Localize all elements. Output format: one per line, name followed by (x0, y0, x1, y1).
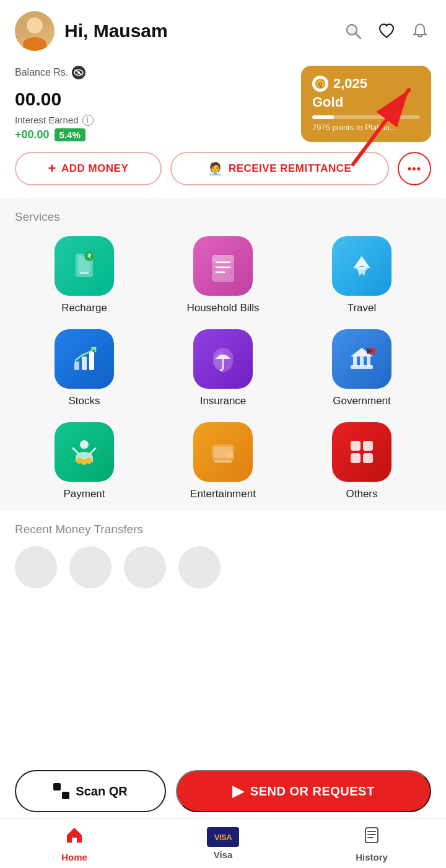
send-arrow-icon: ▶ (232, 782, 244, 800)
search-icon[interactable] (342, 20, 364, 42)
greeting-text: Hi, Mausam (64, 20, 342, 42)
recent-transfers-section: Recent Money Transfers (0, 510, 446, 598)
balance-label: Balance Rs. (15, 66, 94, 79)
others-icon (332, 422, 391, 482)
balance-eye-icon[interactable] (72, 66, 85, 79)
bottom-nav: Home VISA Visa History (0, 818, 446, 868)
avatar[interactable] (15, 11, 55, 51)
svg-rect-20 (356, 267, 368, 270)
interest-row: Interest Earned i (15, 115, 94, 126)
bottom-action-bar: Scan QR ▶ SEND OR REQUEST (0, 764, 446, 818)
info-icon[interactable]: i (82, 115, 94, 126)
send-request-label: SEND OR REQUEST (250, 784, 375, 799)
action-buttons-container: + ADD MONEY 🧑‍💼 RECEIVE REMITTANCE ••• (0, 152, 446, 198)
gold-card-tier: Gold (312, 94, 420, 110)
header-icons (342, 20, 431, 42)
svg-line-1 (356, 33, 361, 38)
service-item-government[interactable]: Government (292, 329, 431, 407)
services-title: Services (15, 210, 431, 224)
balance-section: Balance Rs. 00.00 Interest Earned i +00.… (0, 60, 446, 152)
visa-icon: VISA (207, 827, 239, 847)
svg-rect-28 (367, 356, 370, 366)
svg-line-37 (90, 448, 95, 453)
history-nav-label: History (356, 852, 388, 862)
gold-card-points: Q 2,025 (312, 76, 420, 92)
bell-icon[interactable] (409, 20, 431, 42)
recent-avatars-row (15, 546, 431, 588)
header: Hi, Mausam (0, 0, 446, 60)
government-icon (332, 329, 391, 389)
service-item-payment[interactable]: Payment (15, 422, 154, 500)
svg-rect-21 (74, 361, 79, 370)
others-label: Others (346, 488, 377, 500)
gold-progress-bar (312, 115, 420, 119)
stocks-icon (55, 329, 114, 389)
interest-value: +00.00 (15, 128, 50, 141)
interest-label: Interest Earned i (15, 115, 94, 126)
payment-label: Payment (63, 488, 105, 500)
svg-rect-41 (214, 461, 232, 463)
svg-rect-27 (360, 356, 364, 366)
svg-point-32 (80, 440, 89, 449)
more-options-button[interactable]: ••• (398, 152, 431, 185)
government-label: Government (333, 395, 391, 407)
visa-nav-label: Visa (214, 849, 233, 860)
services-grid: ₹ Recharge Household Bills (15, 236, 431, 500)
svg-rect-22 (82, 356, 87, 370)
recent-avatar-4[interactable] (178, 546, 221, 588)
action-buttons: + ADD MONEY 🧑‍💼 RECEIVE REMITTANCE ••• (0, 152, 446, 198)
remittance-icon: 🧑‍💼 (208, 161, 224, 176)
balance-left: Balance Rs. 00.00 Interest Earned i +00.… (15, 66, 94, 141)
recent-avatar-1[interactable] (15, 546, 57, 588)
nav-history[interactable]: History (297, 825, 446, 862)
home-icon (64, 825, 84, 849)
svg-text:Q: Q (318, 81, 322, 87)
service-item-recharge[interactable]: ₹ Recharge (15, 236, 154, 314)
heart-icon[interactable] (375, 20, 398, 42)
svg-point-40 (225, 451, 233, 458)
service-item-household-bills[interactable]: Household Bills (154, 236, 292, 314)
gold-progress-fill (312, 115, 334, 119)
interest-rate-badge: 5.4% (55, 128, 85, 141)
svg-rect-45 (363, 453, 373, 463)
recharge-icon: ₹ (55, 236, 114, 296)
history-icon (362, 825, 382, 849)
nav-visa[interactable]: VISA Visa (149, 827, 297, 860)
qr-code-icon (53, 783, 69, 799)
stocks-label: Stocks (68, 395, 100, 407)
insurance-label: Insurance (200, 395, 247, 407)
svg-rect-26 (353, 356, 357, 366)
svg-rect-23 (89, 352, 94, 370)
service-item-insurance[interactable]: Insurance (154, 329, 292, 407)
service-item-others[interactable]: Others (292, 422, 431, 500)
interest-value-row: +00.00 5.4% (15, 128, 94, 141)
insurance-icon (193, 329, 253, 389)
svg-rect-43 (363, 441, 373, 451)
scan-qr-button[interactable]: Scan QR (15, 770, 166, 812)
service-item-stocks[interactable]: Stocks (15, 329, 154, 407)
recent-avatar-2[interactable] (69, 546, 112, 588)
svg-line-36 (73, 448, 78, 453)
svg-rect-42 (351, 441, 361, 451)
gold-card-subtitle: 7975 points to Platinu... (312, 123, 420, 132)
travel-label: Travel (348, 302, 377, 314)
svg-text:₹: ₹ (87, 253, 92, 260)
household-bills-label: Household Bills (186, 302, 259, 314)
service-item-travel[interactable]: Travel (292, 236, 431, 314)
service-item-entertainment[interactable]: Entertainment (154, 422, 292, 500)
send-request-button[interactable]: ▶ SEND OR REQUEST (176, 770, 431, 812)
nav-home[interactable]: Home (0, 825, 149, 862)
gold-coin-icon: Q (312, 76, 328, 92)
svg-rect-14 (79, 272, 89, 274)
gold-card[interactable]: Q 2,025 Gold 7975 points to Platinu... (301, 66, 431, 142)
scan-qr-label: Scan QR (76, 784, 127, 799)
recent-avatar-3[interactable] (124, 546, 166, 588)
recent-transfers-title: Recent Money Transfers (15, 523, 431, 536)
add-money-button[interactable]: + ADD MONEY (15, 152, 162, 185)
svg-point-35 (86, 458, 92, 464)
svg-rect-19 (212, 255, 234, 262)
svg-point-2 (347, 25, 357, 35)
home-nav-label: Home (61, 852, 87, 862)
svg-rect-44 (351, 453, 361, 463)
receive-remittance-button[interactable]: 🧑‍💼 RECEIVE REMITTANCE (170, 152, 389, 185)
